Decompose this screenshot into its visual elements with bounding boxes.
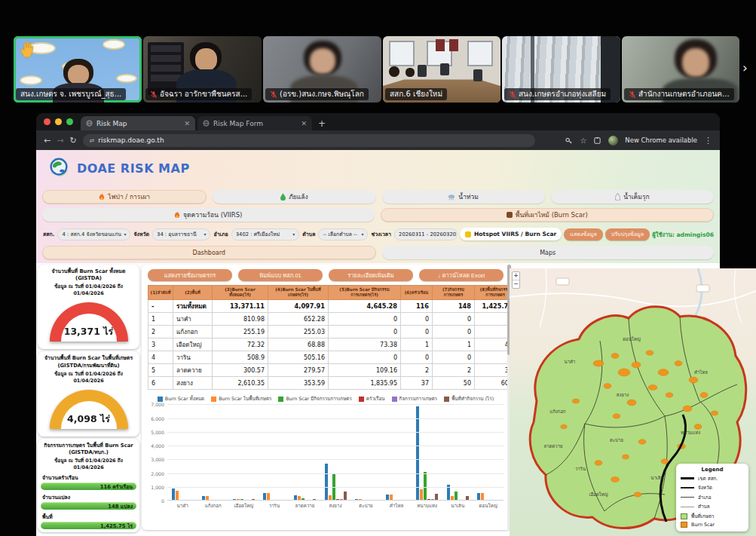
- map-panel[interactable]: นาคำแก้งกอกเอือดใหญ่วารินลาดควายสงยางตะบ…: [510, 268, 756, 536]
- tab-close-icon[interactable]: ✕: [184, 120, 190, 127]
- chevron-down-icon: ▾: [292, 231, 295, 237]
- legend-item: ครัวเรือน: [359, 395, 385, 403]
- participant-name: สำนักงานเกษตรอำเภอนค...: [638, 89, 730, 100]
- show-data-button[interactable]: แสดงข้อมูล: [564, 228, 603, 240]
- nav-burn-scar[interactable]: พื้นที่เผาไหม้ (Burn Scar): [381, 208, 715, 222]
- nav-drought[interactable]: ภัยแล้ง: [213, 190, 375, 204]
- column-header[interactable]: (7)กิจกรรมการเกษตร: [433, 286, 475, 300]
- participant-face: [310, 48, 335, 74]
- map-zoom-control[interactable]: + −: [512, 271, 520, 289]
- url-text: riskmap.doae.go.th: [98, 136, 164, 144]
- new-tab-button[interactable]: +: [318, 118, 326, 130]
- legend-label: ครัวเรือน: [366, 395, 385, 403]
- column-header[interactable]: (5)Burn Scar มีกิจกรรมการเกษตร(ไร่): [329, 286, 401, 300]
- column-header[interactable]: (2)พื้นที่: [173, 286, 213, 300]
- reload-button[interactable]: ↻: [69, 136, 76, 145]
- table-row: 3เอือดใหญ่72.3268.8873.381140: [148, 338, 516, 351]
- column-header[interactable]: (6)ครัวเรือน: [401, 286, 433, 300]
- cell: 0: [433, 313, 475, 326]
- cell: 73.38: [329, 338, 401, 351]
- column-header[interactable]: (4)Burn Scar ในพื้นที่เกษตร(ไร่): [268, 286, 329, 300]
- browser-tab-risk-map[interactable]: Risk Map ✕: [81, 116, 195, 130]
- table-row: 5ลาดควาย300.57279.57109.162230: [148, 364, 516, 377]
- download-excel-button[interactable]: ↓ ดาวน์โหลด Excel: [419, 269, 503, 281]
- zoom-window-button[interactable]: [66, 118, 73, 125]
- zoom-in-button[interactable]: +: [513, 272, 519, 280]
- bookmark-star-icon[interactable]: ☆: [580, 136, 586, 145]
- nav-wildfire-burning[interactable]: ไฟป่า / การเผา: [42, 190, 207, 204]
- nav-hotspot-viirs[interactable]: จุดความร้อน (VIIRS): [42, 208, 375, 222]
- site-info-icon[interactable]: ⇄: [90, 137, 95, 144]
- table-total-row: -รวมทั้งหมด13,371.114,097.914,645.281161…: [148, 300, 516, 313]
- nav-flood[interactable]: น้ำท่วม: [382, 190, 545, 204]
- chrome-update-notice[interactable]: New Chrome available: [625, 136, 697, 144]
- tab-label: Dashboard: [193, 250, 225, 256]
- participant-tile[interactable]: สสก.6 เชียงใหม่: [383, 36, 500, 103]
- chair: [440, 63, 449, 75]
- participant-tile[interactable]: สนง.เกษตรอำเภอทุ่งเสลียม: [502, 36, 620, 103]
- cell: 2: [433, 364, 475, 377]
- nav-saltwater[interactable]: น้ำเค็มรุก: [551, 190, 714, 204]
- cell: 148: [433, 300, 475, 313]
- browser-tab-risk-map-form[interactable]: Risk Map Form ✕: [197, 116, 312, 130]
- address-bar[interactable]: ⇄ riskmap.doae.go.th: [83, 134, 535, 147]
- card-title: กิจกรรมการเกษตร ในพื้นที่ Burn Scar: [44, 443, 133, 449]
- x-tick-label: วาริน: [259, 501, 290, 510]
- toggle-label: Hotspot VIIRS / Burn Scar: [474, 231, 556, 237]
- page-top: DOAE RISK MAP ไฟป่า / การเผา ภัยแล้ง น้ำ…: [36, 150, 720, 263]
- legend-swatch: [392, 397, 397, 402]
- cell: 4: [148, 351, 173, 364]
- nav-label: จุดความร้อน (VIIRS): [183, 210, 242, 220]
- legend-title: Legend: [681, 467, 744, 473]
- burnscar-total-card: จำนวนพื้นที่ Burn Scar ทั้งหมด (GISTDA) …: [38, 265, 139, 349]
- subdistrict-select[interactable]: -- เลือกตำบล --▾: [318, 228, 368, 240]
- column-header[interactable]: (3)Burn Scar ทั้งหมด(ไร่): [213, 286, 268, 300]
- participant-tile[interactable]: สำนักงานเกษตรอำเภอนค...: [622, 36, 739, 103]
- minimize-window-button[interactable]: [55, 118, 62, 125]
- participant-tile[interactable]: อัจฉรา อารักขาพืชนครส...: [143, 36, 262, 103]
- passkey-icon[interactable]: [565, 136, 573, 145]
- zoom-out-button[interactable]: −: [513, 280, 519, 288]
- back-button[interactable]: ←: [44, 136, 51, 145]
- legend-label: กิจกรรมการเกษตร: [399, 395, 438, 403]
- yellow-swatch-icon: [465, 231, 471, 237]
- burn-scar-square-icon: [507, 212, 513, 218]
- cell: 0: [329, 351, 401, 364]
- bar: [390, 495, 393, 500]
- close-window-button[interactable]: [44, 118, 51, 125]
- y-tick-label: 4,000: [151, 443, 164, 449]
- legend-swatch: [278, 397, 283, 402]
- bar: [359, 499, 362, 500]
- wall-picture: [449, 39, 458, 51]
- print-form-button[interactable]: พิมพ์แบบ ทสภ.01: [238, 269, 323, 281]
- bar: [233, 499, 236, 500]
- participant-tile[interactable]: (อรข.)สนง.กษจ.พิษณุโลก: [263, 36, 381, 103]
- show-farmers-button[interactable]: แสดงรายชื่อเกษตรกร: [148, 269, 232, 281]
- district-select[interactable]: 3402 : ศรีเมืองใหม่▾: [231, 228, 299, 240]
- hotspot-burnscar-toggle[interactable]: Hotspot VIIRS / Burn Scar: [460, 228, 562, 240]
- participant-tile[interactable]: สนง.เกษตร จ. เพชรบูรณ์_สุธ...: [14, 36, 142, 103]
- browser-menu-icon[interactable]: ⋮: [704, 136, 712, 145]
- tab-maps[interactable]: Maps: [382, 246, 715, 259]
- forward-button[interactable]: →: [57, 136, 63, 145]
- profile-avatar[interactable]: [608, 136, 618, 145]
- table-body: -รวมทั้งหมด13,371.114,097.914,645.281161…: [148, 300, 516, 390]
- tab-dashboard[interactable]: Dashboard: [42, 246, 376, 259]
- next-participants-arrow[interactable]: ›: [742, 60, 748, 75]
- column-header[interactable]: (1)ลำดับที่: [148, 286, 173, 300]
- hazard-nav: ไฟป่า / การเผา ภัยแล้ง น้ำท่วม น้ำเค็มรุ…: [42, 186, 714, 204]
- cell: 2,610.35: [213, 377, 268, 390]
- province-select[interactable]: 34 : อุบลราชธานี▾: [152, 228, 210, 240]
- nav-label: ไฟป่า / การเผา: [108, 191, 150, 202]
- period-select[interactable]: 20260311 - 20260320▾: [394, 228, 458, 240]
- update-data-button[interactable]: ปรับปรุงข้อมูล: [605, 228, 650, 240]
- bar: [176, 491, 179, 500]
- participant-name-badge: สำนักงานเกษตรอำเภอนค...: [624, 88, 734, 100]
- more-details-button[interactable]: รายละเอียดเพิ่มเติม: [329, 269, 413, 281]
- subdistrict-line-sample: [681, 507, 694, 507]
- cell: 37: [401, 377, 433, 390]
- extensions-icon[interactable]: [593, 136, 601, 145]
- ssk-select[interactable]: 4 : สสก.4 จังหวัดขอนแก่น▾: [57, 228, 130, 240]
- x-tick-label: สงยาง: [320, 501, 351, 510]
- tab-close-icon[interactable]: ✕: [301, 120, 307, 127]
